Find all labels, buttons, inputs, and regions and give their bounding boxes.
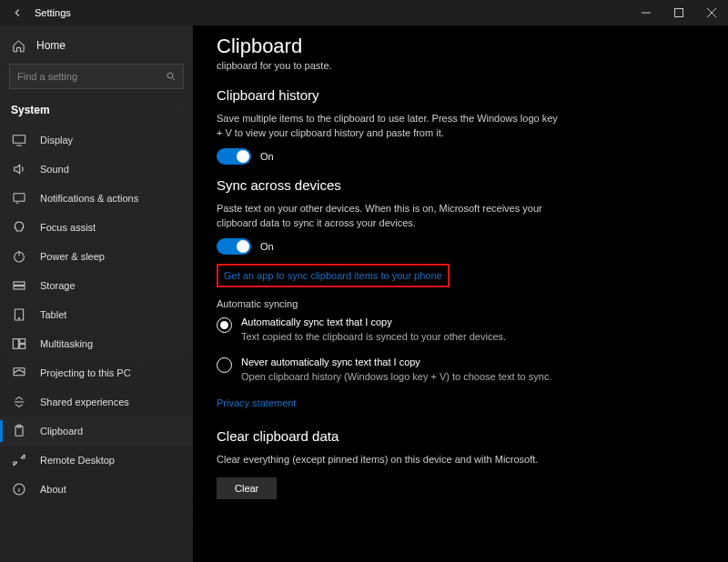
radio-auto-sync-label: Automatically sync text that I copy xyxy=(241,316,506,327)
content-pane: Clipboard clipboard for you to paste. Cl… xyxy=(193,25,728,562)
svg-point-1 xyxy=(167,73,173,78)
sidebar: Home System Display Sound xyxy=(0,25,193,562)
remote-desktop-icon xyxy=(11,452,27,468)
page-subline: clipboard for you to paste. xyxy=(217,60,704,71)
radio-never-sync[interactable] xyxy=(217,357,232,373)
svg-rect-2 xyxy=(13,135,25,144)
sidebar-item-label: About xyxy=(40,484,66,495)
sidebar-item-label: Multitasking xyxy=(40,338,93,349)
about-icon xyxy=(11,481,27,497)
projecting-icon xyxy=(11,365,27,381)
search-input[interactable] xyxy=(9,64,184,89)
svg-rect-5 xyxy=(14,282,25,285)
sync-section-title: Sync across devices xyxy=(217,177,704,193)
page-title: Clipboard xyxy=(217,35,704,58)
sidebar-item-projecting[interactable]: Projecting to this PC xyxy=(0,358,193,387)
sidebar-item-storage[interactable]: Storage xyxy=(0,271,193,300)
sidebar-item-label: Shared experiences xyxy=(40,396,129,407)
svg-rect-10 xyxy=(20,339,25,344)
multitasking-icon xyxy=(11,336,27,352)
sidebar-item-focus-assist[interactable]: Focus assist xyxy=(0,213,193,242)
sync-toggle-label: On xyxy=(260,241,274,252)
auto-sync-subheading: Automatic syncing xyxy=(217,298,704,309)
sidebar-item-display[interactable]: Display xyxy=(0,125,193,155)
history-section-desc: Save multiple items to the clipboard to … xyxy=(217,112,562,141)
sidebar-item-label: Display xyxy=(40,135,73,146)
notifications-icon xyxy=(11,190,27,206)
display-icon xyxy=(11,132,27,148)
sync-section-desc: Paste text on your other devices. When t… xyxy=(217,202,562,231)
radio-never-sync-desc: Open clipboard history (Windows logo key… xyxy=(241,370,551,384)
svg-rect-0 xyxy=(675,9,683,17)
radio-auto-sync-desc: Text copied to the clipboard is synced t… xyxy=(241,330,506,344)
sidebar-item-label: Storage xyxy=(40,280,76,291)
shared-experiences-icon xyxy=(11,394,27,410)
minimize-button[interactable] xyxy=(630,0,662,25)
home-icon xyxy=(11,38,25,53)
sidebar-item-tablet[interactable]: Tablet xyxy=(0,300,193,329)
privacy-statement-link[interactable]: Privacy statement xyxy=(217,397,704,408)
history-toggle-label: On xyxy=(260,151,274,162)
svg-rect-6 xyxy=(14,286,25,289)
back-button[interactable] xyxy=(0,6,35,19)
sidebar-item-label: Projecting to this PC xyxy=(40,367,131,378)
svg-point-8 xyxy=(18,317,19,318)
radio-auto-sync[interactable] xyxy=(217,317,232,333)
power-icon xyxy=(11,248,27,265)
sidebar-category: System xyxy=(0,98,193,125)
sidebar-item-about[interactable]: About xyxy=(0,475,193,504)
get-app-link[interactable]: Get an app to sync clipboard items to yo… xyxy=(224,270,442,281)
radio-never-sync-label: Never automatically sync text that I cop… xyxy=(241,356,551,367)
tablet-icon xyxy=(11,306,27,323)
sidebar-item-label: Tablet xyxy=(40,309,66,320)
clear-button[interactable]: Clear xyxy=(217,477,277,499)
svg-rect-9 xyxy=(13,339,18,349)
sidebar-item-notifications[interactable]: Notifications & actions xyxy=(0,184,193,213)
sidebar-item-shared-experiences[interactable]: Shared experiences xyxy=(0,387,193,416)
home-label: Home xyxy=(36,39,66,52)
sync-toggle[interactable] xyxy=(217,238,251,255)
sidebar-item-label: Remote Desktop xyxy=(40,455,115,466)
sidebar-nav: Display Sound Notifications & actions Fo… xyxy=(0,125,193,562)
sidebar-item-label: Power & sleep xyxy=(40,251,105,262)
maximize-button[interactable] xyxy=(662,0,695,25)
focus-assist-icon xyxy=(11,219,27,236)
sidebar-item-power-sleep[interactable]: Power & sleep xyxy=(0,242,193,271)
home-button[interactable]: Home xyxy=(0,31,193,60)
sound-icon xyxy=(11,161,27,177)
clipboard-icon xyxy=(11,423,27,439)
sidebar-item-label: Clipboard xyxy=(40,426,83,437)
sidebar-item-clipboard[interactable]: Clipboard xyxy=(0,416,193,446)
history-toggle[interactable] xyxy=(217,148,251,165)
sidebar-item-label: Focus assist xyxy=(40,222,96,233)
sidebar-item-remote-desktop[interactable]: Remote Desktop xyxy=(0,446,193,475)
sidebar-item-sound[interactable]: Sound xyxy=(0,155,193,184)
svg-rect-3 xyxy=(14,194,25,202)
sidebar-item-label: Notifications & actions xyxy=(40,193,138,204)
close-button[interactable] xyxy=(695,0,728,25)
window-title: Settings xyxy=(35,7,71,18)
storage-icon xyxy=(11,277,27,294)
search-icon xyxy=(166,71,177,82)
sidebar-item-label: Sound xyxy=(40,164,69,175)
clear-section-desc: Clear everything (except pinned items) o… xyxy=(217,453,562,467)
clear-section-title: Clear clipboard data xyxy=(217,428,704,444)
svg-rect-11 xyxy=(20,345,25,349)
get-app-highlight: Get an app to sync clipboard items to yo… xyxy=(217,264,450,287)
sidebar-item-multitasking[interactable]: Multitasking xyxy=(0,329,193,358)
history-section-title: Clipboard history xyxy=(217,87,704,103)
